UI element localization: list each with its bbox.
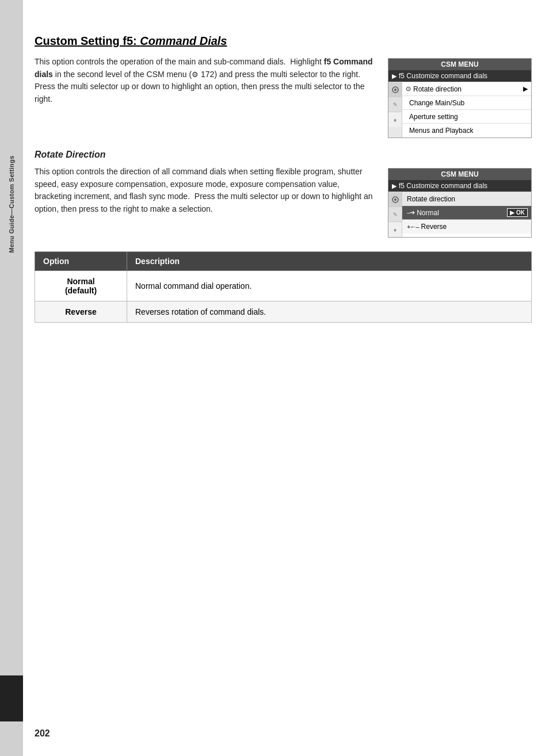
sidebar-label: Menu Guide—Custom Settings bbox=[8, 155, 15, 253]
csm-f5-arrow-1: ▶ bbox=[392, 72, 396, 80]
option-normal-label: Normal bbox=[67, 277, 94, 286]
intro-content-area: This option controls the operation of th… bbox=[35, 56, 532, 138]
csm-icon-2a bbox=[388, 192, 402, 207]
page-number: 202 bbox=[35, 728, 50, 739]
option-normal-sub: (default) bbox=[65, 286, 97, 295]
options-table: Option Description Normal (default) Norm… bbox=[35, 251, 532, 323]
csm-rows-1: ✎ ♦ ⊙ Rotate direction ▶ Change Main/Sub… bbox=[388, 82, 531, 138]
csm-header-2: CSM MENU bbox=[388, 169, 531, 180]
ok-badge: ▶ OK bbox=[507, 208, 528, 217]
csm-subrow-rotate-dir: Rotate direction bbox=[402, 192, 531, 206]
svg-point-3 bbox=[394, 198, 396, 201]
title-italic: Command Dials bbox=[140, 35, 227, 47]
csm-row-rotate-dir: ⊙ Rotate direction ▶ bbox=[402, 82, 531, 96]
csm-subrow-normal: –➔ Normal ▶ OK bbox=[402, 206, 531, 220]
table-cell-option-1: Normal (default) bbox=[35, 271, 127, 301]
sidebar-black-rect bbox=[0, 675, 23, 721]
csm-menu-box-1: CSM MENU ▶ f5 Customize command dials ✎ … bbox=[388, 58, 532, 138]
csm-subrow-reverse: +←– Reverse bbox=[402, 220, 531, 234]
table-row: Reverse Reverses rotation of command dia… bbox=[35, 301, 532, 323]
csm-row-menus: Menus and Playback bbox=[402, 124, 531, 138]
sidebar-label-container: Menu Guide—Custom Settings bbox=[0, 75, 23, 334]
csm-left-col-2: ✎ ♦ bbox=[388, 192, 402, 237]
table-cell-option-2: Reverse bbox=[35, 301, 127, 323]
csm-menu-box-2: CSM MENU ▶ f5 Customize command dials ✎ … bbox=[388, 168, 532, 238]
table-header-option: Option bbox=[35, 252, 127, 271]
change-main-label: Change Main/Sub bbox=[409, 99, 464, 107]
csm-icon-1c: ♦ bbox=[388, 112, 402, 127]
page-title: Custom Setting f5: Command Dials bbox=[35, 35, 532, 48]
title-prefix: Custom Setting f5: bbox=[35, 35, 140, 47]
rotate-dir-arrow: ▶ bbox=[523, 85, 528, 93]
csm-right-col-2: Rotate direction –➔ Normal ▶ OK +←– Reve… bbox=[402, 192, 531, 237]
intro-text: This option controls the operation of th… bbox=[35, 56, 376, 138]
subsection-text: This option controls the direction of al… bbox=[35, 166, 376, 238]
aperture-label: Aperture setting bbox=[409, 113, 458, 121]
csm-row-f5-2: ▶ f5 Customize command dials bbox=[388, 180, 531, 192]
csm-left-col-1: ✎ ♦ bbox=[388, 82, 402, 138]
csm-header-1: CSM MENU bbox=[388, 59, 531, 70]
normal-prefix: –➔ bbox=[407, 209, 414, 216]
normal-label: Normal bbox=[417, 209, 439, 217]
csm-icon-1b: ✎ bbox=[388, 97, 402, 112]
csm-f5-label-2: f5 Customize command dials bbox=[399, 182, 487, 190]
left-sidebar: Menu Guide—Custom Settings bbox=[0, 0, 23, 756]
csm-row-change-main: Change Main/Sub bbox=[402, 96, 531, 110]
csm-icon-2b: ✎ bbox=[388, 207, 402, 222]
rotate-dir-label: Rotate direction bbox=[413, 85, 462, 93]
reverse-label: Reverse bbox=[421, 223, 447, 231]
csm-icon-1a bbox=[388, 82, 402, 97]
main-content: Custom Setting f5: Command Dials This op… bbox=[35, 35, 532, 721]
reverse-prefix: +←– bbox=[407, 223, 419, 230]
svg-point-1 bbox=[394, 89, 396, 91]
csm-right-col-1: ⊙ Rotate direction ▶ Change Main/Sub Ape… bbox=[402, 82, 531, 138]
table-row: Normal (default) Normal command dial ope… bbox=[35, 271, 532, 301]
second-content-area: This option controls the direction of al… bbox=[35, 166, 532, 238]
csm-rows-2: ✎ ♦ Rotate direction –➔ Normal ▶ OK +←– … bbox=[388, 192, 531, 237]
subsection-title: Rotate Direction bbox=[35, 150, 532, 160]
csm-icon-2c: ♦ bbox=[388, 222, 402, 237]
csm-f5-arrow-2: ▶ bbox=[392, 182, 396, 190]
menus-label: Menus and Playback bbox=[409, 127, 473, 135]
table-header-description: Description bbox=[127, 252, 532, 271]
rotate-dir-sub-label: Rotate direction bbox=[407, 195, 455, 203]
csm-f5-label-1: f5 Customize command dials bbox=[399, 72, 487, 80]
rotate-icon: ⊙ bbox=[406, 85, 411, 93]
csm-row-aperture: Aperture setting bbox=[402, 110, 531, 124]
table-cell-desc-1: Normal command dial operation. bbox=[127, 271, 532, 301]
table-cell-desc-2: Reverses rotation of command dials. bbox=[127, 301, 532, 323]
option-reverse-label: Reverse bbox=[65, 307, 97, 316]
csm-row-f5-1: ▶ f5 Customize command dials bbox=[388, 70, 531, 82]
